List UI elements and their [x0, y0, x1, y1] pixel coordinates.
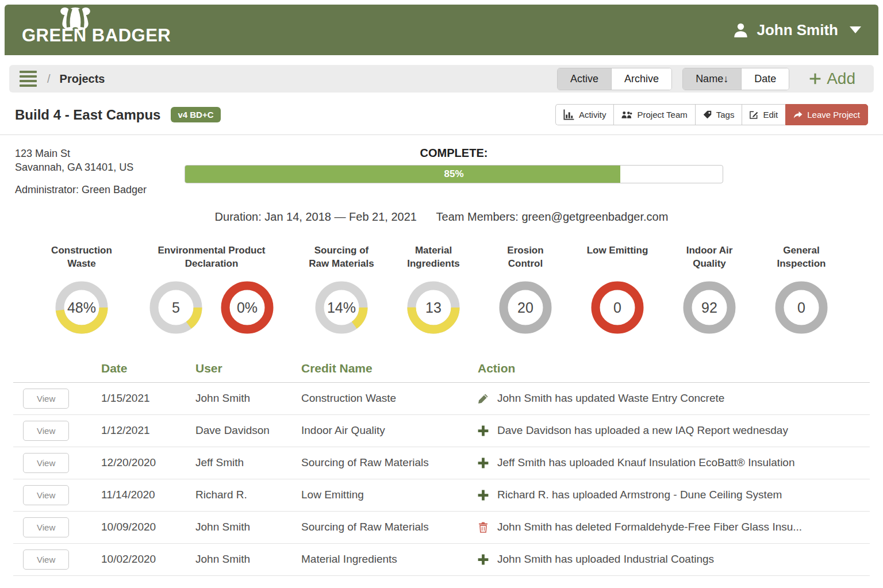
- toolbar-right: Active Archive Name↓ Date Add: [557, 68, 865, 90]
- add-button-label: Add: [827, 70, 855, 88]
- tags-button[interactable]: Tags: [695, 104, 742, 125]
- row-action-text: Dave Davidson has uploaded a new IAQ Rep…: [497, 424, 788, 437]
- bar-chart-icon: [563, 109, 574, 120]
- table-header-row: Date User Credit Name Action: [13, 362, 870, 383]
- user-menu[interactable]: John Smith: [733, 21, 861, 39]
- view-button[interactable]: View: [23, 517, 69, 537]
- edit-button-label: Edit: [763, 110, 778, 120]
- gauge-donuts: 0: [766, 280, 837, 337]
- row-user: Dave Davidson: [195, 424, 301, 437]
- column-header-date: Date: [101, 362, 195, 375]
- brand-logo: GREEN BADGER: [22, 5, 194, 55]
- gauge-row: Construction Waste 48% Environmental Pro…: [0, 244, 883, 337]
- leave-project-button-label: Leave Project: [807, 110, 860, 120]
- gauge-donut[interactable]: 14%: [314, 280, 369, 337]
- donut-value: 0%: [237, 299, 258, 316]
- donut-value: 14%: [327, 299, 356, 316]
- view-button[interactable]: View: [23, 485, 69, 505]
- view-button[interactable]: View: [23, 389, 69, 409]
- project-info-section: 123 Main St Savannah, GA 31401, US Admin…: [0, 135, 883, 197]
- gauge-donut[interactable]: 20: [498, 280, 553, 337]
- gauge-donut[interactable]: 13: [406, 280, 461, 337]
- table-body: View 1/15/2021 John Smith Construction W…: [13, 383, 870, 576]
- gauge-group: Environmental Product Declaration 5 0%: [138, 244, 285, 337]
- user-name: John Smith: [757, 21, 838, 39]
- trash-icon: [478, 522, 489, 533]
- activity-button[interactable]: Activity: [555, 104, 614, 125]
- view-button[interactable]: View: [23, 549, 69, 570]
- breadcrumb-separator: /: [47, 72, 51, 86]
- gauge-donuts: 13: [398, 280, 469, 337]
- chevron-down-icon: [850, 26, 861, 33]
- donut-value: 0: [613, 299, 621, 316]
- donut-ring: 92: [682, 280, 737, 335]
- row-action: Dave Davidson has uploaded a new IAQ Rep…: [478, 424, 870, 437]
- donut-value: 5: [172, 299, 180, 316]
- edit-button[interactable]: Edit: [742, 104, 785, 125]
- row-user: John Smith: [195, 553, 301, 566]
- gauge-donuts: 5 0%: [138, 280, 285, 337]
- row-user: Jeff Smith: [195, 456, 301, 469]
- row-user: John Smith: [195, 392, 301, 405]
- column-header-action: Action: [478, 362, 870, 375]
- row-credit-name: Material Ingredients: [301, 553, 478, 566]
- view-button[interactable]: View: [23, 453, 69, 473]
- gauge-group: Sourcing of Raw Materials 14%: [306, 244, 377, 337]
- filter-toggle-group: Active Archive: [557, 68, 672, 90]
- row-date: 10/02/2020: [101, 553, 195, 566]
- gauge-label: Environmental Product Declaration: [138, 244, 285, 272]
- leave-project-button[interactable]: Leave Project: [785, 104, 868, 125]
- view-button[interactable]: View: [23, 421, 69, 441]
- gauge-donut[interactable]: 48%: [54, 280, 109, 337]
- table-row: View 1/15/2021 John Smith Construction W…: [13, 383, 870, 415]
- sort-by-name-button[interactable]: Name↓: [683, 68, 741, 90]
- add-project-button[interactable]: Add: [800, 70, 865, 88]
- donut-value: 48%: [67, 299, 96, 316]
- gauge-label: Indoor Air Quality: [674, 244, 745, 272]
- administrator-line: Administrator: Green Badger: [15, 183, 185, 197]
- breadcrumb[interactable]: Projects: [60, 72, 105, 86]
- progress-bar: 85%: [185, 165, 723, 183]
- address-line-2: Savannah, GA 31401, US: [15, 160, 185, 174]
- gauge-donuts: 14%: [306, 280, 377, 337]
- donut-ring: 0: [590, 280, 645, 335]
- donut-ring: 0: [774, 280, 829, 335]
- row-date: 10/09/2020: [101, 521, 195, 533]
- row-action-text: John Smith has deleted Formaldehyde-Free…: [497, 521, 802, 533]
- view-cell: View: [13, 517, 101, 537]
- gauge-group: General Inspection 0: [766, 244, 837, 337]
- gauge-donuts: 92: [674, 280, 745, 337]
- gauge-group: Material Ingredients 13: [398, 244, 469, 337]
- active-filter-button[interactable]: Active: [558, 68, 611, 90]
- project-actions: Activity Project Team Tags Edit: [555, 104, 868, 125]
- gauge-group: Erosion Control 20: [490, 244, 561, 337]
- table-row: View 10/09/2020 John Smith Sourcing of R…: [13, 512, 870, 544]
- view-cell: View: [13, 389, 101, 409]
- sort-by-date-button[interactable]: Date: [741, 68, 789, 90]
- project-team-button[interactable]: Project Team: [613, 104, 694, 125]
- hamburger-icon[interactable]: [18, 68, 38, 89]
- gauge-donut[interactable]: 5: [148, 280, 204, 337]
- table-row: View 12/20/2020 Jeff Smith Sourcing of R…: [13, 447, 870, 479]
- view-cell: View: [13, 453, 101, 473]
- row-action-text: John Smith has updated Waste Entry Concr…: [497, 392, 724, 405]
- gauge-donut[interactable]: 0: [774, 280, 829, 337]
- duration-text: Duration: Jan 14, 2018 — Feb 21, 2021: [215, 210, 417, 223]
- gauge-donut[interactable]: 0: [590, 280, 645, 337]
- donut-ring: 14%: [314, 280, 369, 335]
- archive-filter-button[interactable]: Archive: [611, 68, 671, 90]
- view-cell: View: [13, 485, 101, 505]
- row-action-text: Jeff Smith has uploaded Knauf Insulation…: [497, 456, 794, 469]
- person-icon: [733, 22, 748, 38]
- row-date: 11/14/2020: [101, 489, 195, 501]
- gauge-donut[interactable]: 92: [682, 280, 737, 337]
- gauge-donut[interactable]: 0%: [220, 280, 275, 337]
- row-credit-name: Indoor Air Quality: [301, 424, 478, 437]
- row-action: John Smith has deleted Formaldehyde-Free…: [478, 521, 870, 533]
- gauge-group: Indoor Air Quality 92: [674, 244, 745, 337]
- row-action-text: Richard R. has uploaded Armstrong - Dune…: [497, 489, 782, 501]
- progress-block: COMPLETE: 85%: [185, 147, 723, 197]
- activity-button-label: Activity: [579, 110, 606, 120]
- row-credit-name: Sourcing of Raw Materials: [301, 456, 478, 469]
- project-version-badge: v4 BD+C: [171, 107, 220, 122]
